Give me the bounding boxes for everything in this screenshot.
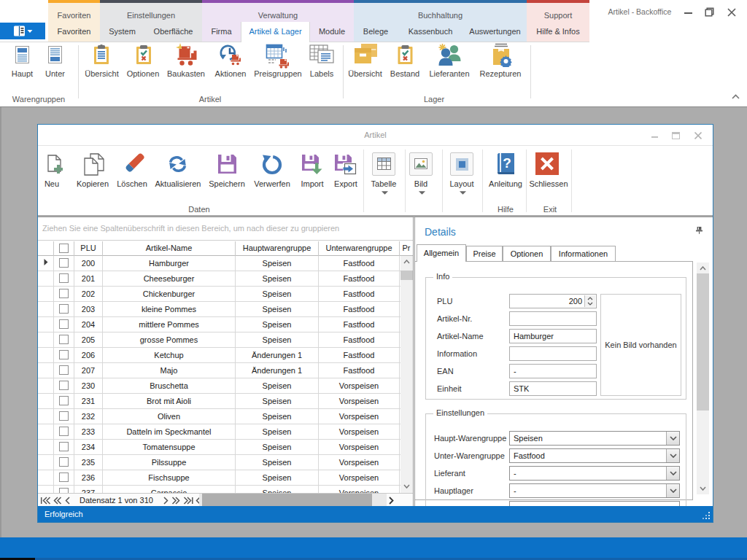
svg-text:?: ?: [503, 155, 511, 171]
